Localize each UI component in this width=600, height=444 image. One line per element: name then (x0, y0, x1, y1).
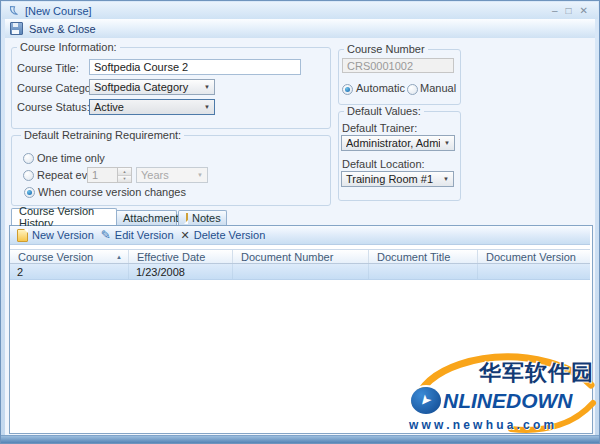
course-number-input: CRS0001002 (342, 58, 454, 73)
version-change-radio[interactable] (24, 187, 35, 198)
course-status-label: Course Status: (17, 101, 90, 113)
one-time-radio-label: One time only (37, 152, 105, 164)
edit-icon: ✎ (101, 230, 111, 240)
course-category-select[interactable]: Softpedia Category ▼ (89, 79, 215, 95)
minimize-icon[interactable]: – (552, 6, 558, 16)
tab-notes[interactable]: Notes (178, 210, 227, 225)
main-toolbar: Save & Close (5, 19, 595, 39)
manual-radio-label: Manual (420, 82, 456, 94)
manual-radio[interactable] (407, 84, 418, 95)
automatic-radio-label: Automatic (356, 82, 405, 94)
retraining-legend: Default Retraining Requirement: (21, 129, 184, 141)
delete-icon: ✕ (181, 230, 190, 240)
course-status-select[interactable]: Active ▼ (89, 99, 215, 115)
column-header-document-version[interactable]: Document Version (478, 250, 590, 263)
new-page-icon (17, 229, 28, 242)
sort-asc-icon: ▲ (116, 254, 122, 260)
save-close-button[interactable]: Save & Close (29, 23, 96, 35)
watermark-site-name: 华军软件园 (479, 358, 594, 388)
column-header-course-version[interactable]: Course Version ▲ (10, 250, 129, 263)
edit-version-button[interactable]: ✎ Edit Version (101, 229, 174, 241)
table-row[interactable]: 2 1/23/2008 (10, 264, 590, 280)
repeat-unit-select: Years ▼ (136, 167, 208, 183)
note-icon (186, 213, 188, 224)
watermark-brand: NLINEDOWN (443, 389, 573, 413)
cell-document-number (233, 264, 369, 279)
stepper-down-icon: ▼ (118, 176, 131, 183)
automatic-radio[interactable] (342, 84, 353, 95)
close-icon[interactable]: ✕ (580, 6, 588, 16)
version-toolbar: New Version ✎ Edit Version ✕ Delete Vers… (10, 226, 590, 245)
maximize-icon[interactable]: □ (566, 6, 572, 16)
default-trainer-select[interactable]: Administrator, Administrato ▼ (341, 135, 455, 151)
default-location-select[interactable]: Training Room #1 ▼ (341, 171, 454, 187)
repeat-count-stepper: 1 ▲ ▼ (87, 167, 132, 183)
repeat-radio[interactable] (23, 170, 34, 181)
one-time-radio[interactable] (23, 153, 34, 164)
course-title-label: Course Title: (17, 62, 79, 74)
window-title: [New Course] (25, 5, 92, 17)
cell-document-title (369, 264, 478, 279)
window-frame: [New Course] – □ ✕ Save & Close Course I… (0, 0, 600, 444)
cell-document-version (478, 264, 590, 279)
chevron-down-icon: ▼ (200, 104, 210, 110)
app-icon (8, 5, 20, 17)
default-location-label: Default Location: (342, 158, 425, 170)
chevron-down-icon: ▼ (439, 176, 449, 182)
chevron-down-icon: ▼ (440, 140, 450, 146)
tab-course-version-history[interactable]: Course Version History (11, 208, 117, 225)
new-version-button[interactable]: New Version (17, 229, 94, 242)
version-change-radio-label: When course version changes (38, 186, 186, 198)
column-header-document-number[interactable]: Document Number (233, 250, 369, 263)
table-header: Course Version ▲ Effective Date Document… (10, 249, 590, 264)
stepper-up-icon: ▲ (118, 168, 131, 176)
course-information-legend: Course Information: (17, 41, 120, 53)
cell-course-version: 2 (10, 264, 129, 279)
logo-arrow-icon: ➤ (417, 392, 435, 410)
save-icon (10, 22, 23, 35)
default-values-legend: Default Values: (344, 105, 424, 117)
onlinedown-o-logo: ➤ (411, 387, 441, 414)
tab-attachments[interactable]: Attachments (111, 210, 177, 225)
cell-effective-date: 1/23/2008 (129, 264, 233, 279)
delete-version-button[interactable]: ✕ Delete Version (181, 229, 266, 241)
course-number-legend: Course Number (344, 43, 428, 55)
title-bar: [New Course] – □ ✕ (2, 2, 598, 19)
course-title-input[interactable]: Softpedia Course 2 (89, 59, 301, 75)
column-header-effective-date[interactable]: Effective Date (129, 250, 233, 263)
chevron-down-icon: ▼ (200, 84, 210, 90)
default-trainer-label: Default Trainer: (342, 122, 417, 134)
chevron-down-icon: ▼ (193, 172, 203, 178)
window-bottom-border (1, 435, 599, 443)
watermark: 华军软件园 ➤ NLINEDOWN www.newhua.com (399, 351, 597, 433)
watermark-url: www.newhua.com (409, 418, 557, 432)
column-header-document-title[interactable]: Document Title (369, 250, 478, 263)
